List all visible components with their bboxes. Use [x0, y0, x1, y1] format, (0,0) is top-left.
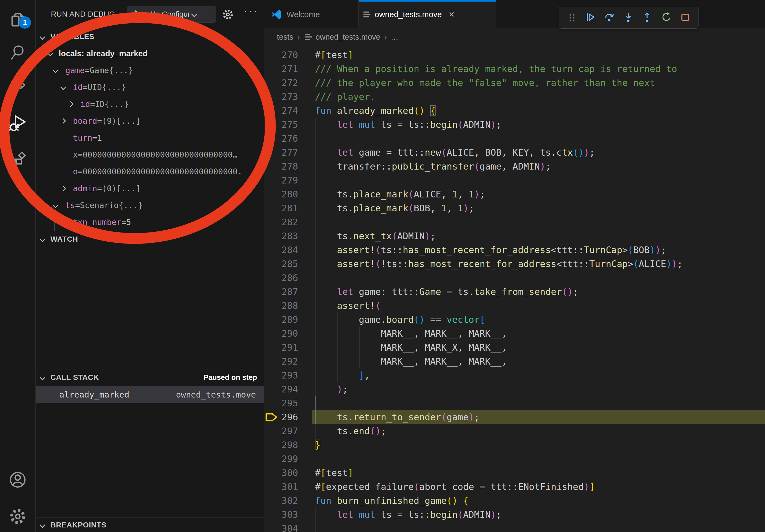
code-line-274[interactable]: 274fun already_marked() { [264, 104, 765, 118]
call-stack-section-header[interactable]: CALL STACK Paused on step [36, 370, 264, 386]
chevron-right-icon[interactable] [68, 101, 73, 107]
line-number[interactable]: 283 [264, 229, 298, 243]
variable-row-txn_number[interactable]: txn_number = 5 [36, 214, 264, 231]
chevron-right-icon[interactable] [60, 186, 66, 191]
code-line-284[interactable]: 284 assert!(ts::has_most_recent_for_addr… [264, 243, 765, 257]
code-line-287[interactable]: 287 let game: ttt::Game = ts.take_from_s… [264, 285, 765, 299]
variable-row-admin[interactable]: admin = (0)[...] [36, 180, 264, 197]
line-number[interactable]: 282 [264, 215, 298, 229]
chevron-down-icon[interactable] [53, 202, 58, 208]
account-icon[interactable] [0, 465, 35, 494]
line-number[interactable]: 294 [264, 382, 298, 396]
line-number[interactable]: 287 [264, 285, 298, 299]
code-line-282[interactable]: 282 [264, 215, 765, 229]
code-line-300[interactable]: 300#[test] [264, 466, 765, 480]
code-line-304[interactable]: 304 [264, 522, 765, 532]
tab-owned-tests[interactable]: owned_tests.move × [359, 0, 496, 28]
source-control-icon[interactable] [0, 73, 35, 103]
line-number[interactable]: 273 [264, 90, 298, 104]
code-line-295[interactable]: 295 [264, 396, 765, 410]
code-line-294[interactable]: 294 ); [264, 382, 765, 396]
variable-row-turn[interactable]: turn = 1 [36, 130, 264, 146]
code-line-276[interactable]: 276 [264, 132, 765, 145]
code-line-299[interactable]: 299 [264, 452, 765, 466]
line-number[interactable]: 301 [264, 480, 298, 494]
variable-row-game[interactable]: game = Game{...} [36, 62, 264, 79]
line-number[interactable]: 277 [264, 145, 298, 159]
variables-scope-row[interactable]: locals: already_marked [36, 45, 264, 62]
code-line-301[interactable]: 301#[expected_failure(abort_code = ttt::… [264, 480, 765, 494]
line-number[interactable]: 291 [264, 341, 298, 355]
code-line-288[interactable]: 288 assert!( [264, 299, 765, 313]
variable-row-o[interactable]: o = 00000000000000000000000000000000. [36, 163, 264, 180]
restart-icon[interactable] [661, 12, 672, 24]
breadcrumb-file[interactable]: owned_tests.move [316, 33, 381, 42]
line-number[interactable]: 297 [264, 424, 298, 438]
start-debugging-icon[interactable] [132, 9, 142, 20]
code-line-297[interactable]: 297 ts.end(); [264, 424, 765, 438]
code-line-280[interactable]: 280 ts.place_mark(ALICE, 1, 1); [264, 187, 765, 201]
debug-settings-gear-icon[interactable] [222, 8, 234, 21]
code-line-270[interactable]: 270#[test] [264, 48, 765, 62]
debug-config-dropdown[interactable]: No Configur [127, 6, 216, 23]
line-number[interactable]: 271 [264, 62, 298, 76]
line-number[interactable]: 300 [264, 466, 298, 480]
code-line-296[interactable]: 296 ts.return_to_sender(game); [264, 410, 765, 424]
continue-icon[interactable] [585, 12, 597, 24]
breadcrumb-more[interactable]: … [390, 33, 398, 42]
line-number[interactable]: 272 [264, 76, 298, 90]
settings-gear-icon[interactable] [0, 502, 35, 531]
step-over-icon[interactable] [604, 12, 616, 24]
line-number[interactable]: 292 [264, 355, 298, 368]
more-actions-icon[interactable]: ··· [244, 4, 259, 17]
code-line-290[interactable]: 290 MARK__, MARK__, MARK__, [264, 327, 765, 341]
variable-row-ts[interactable]: ts = Scenario{...} [36, 197, 264, 214]
run-and-debug-icon[interactable] [0, 109, 35, 138]
line-number[interactable]: 280 [264, 187, 298, 201]
breakpoints-section-header[interactable]: BREAKPOINTS [36, 518, 264, 532]
code-line-281[interactable]: 281 ts.place_mark(BOB, 1, 1); [264, 201, 765, 215]
line-number[interactable]: 288 [264, 299, 298, 313]
chevron-right-icon[interactable] [60, 118, 66, 124]
code-line-279[interactable]: 279 [264, 173, 765, 187]
watch-section-header[interactable]: WATCH [36, 231, 264, 247]
code-line-291[interactable]: 291 MARK__, MARK_X, MARK__, [264, 341, 765, 355]
code-line-275[interactable]: 275 let mut ts = ts::begin(ADMIN); [264, 118, 765, 132]
code-line-285[interactable]: 285 assert!(!ts::has_most_recent_for_add… [264, 257, 765, 271]
line-number[interactable]: 270 [264, 48, 298, 62]
variable-row-x[interactable]: x = 0000000000000000000000000000000… [36, 146, 264, 163]
step-into-icon[interactable] [623, 12, 635, 24]
line-number[interactable]: 276 [264, 132, 298, 145]
close-icon[interactable]: × [449, 10, 454, 19]
code-line-283[interactable]: 283 ts.next_tx(ADMIN); [264, 229, 765, 243]
line-number[interactable]: 298 [264, 438, 298, 452]
variable-row-id[interactable]: id = ID{...} [36, 96, 264, 113]
line-number[interactable]: 278 [264, 159, 298, 173]
extensions-icon[interactable] [0, 146, 35, 175]
call-stack-frame-row[interactable]: already_marked owned_tests.move [36, 386, 264, 403]
line-number[interactable]: 304 [264, 522, 298, 532]
code-line-292[interactable]: 292 MARK__, MARK__, MARK__, [264, 355, 765, 368]
line-number[interactable]: 295 [264, 396, 298, 410]
search-icon[interactable] [0, 38, 35, 67]
chevron-down-icon[interactable] [53, 68, 58, 73]
line-number[interactable]: 299 [264, 452, 298, 466]
line-number[interactable]: 275 [264, 118, 298, 132]
code-line-271[interactable]: 271/// When a position is already marked… [264, 62, 765, 76]
variables-section-header[interactable]: VARIABLES [36, 28, 264, 45]
code-line-293[interactable]: 293 ], [264, 368, 765, 382]
line-number[interactable]: 281 [264, 201, 298, 215]
stop-icon[interactable] [679, 12, 691, 24]
code-line-278[interactable]: 278 transfer::public_transfer(game, ADMI… [264, 159, 765, 173]
line-number[interactable]: 285 [264, 257, 298, 271]
line-number[interactable]: 279 [264, 173, 298, 187]
code-line-298[interactable]: 298} [264, 438, 765, 452]
drag-handle-icon[interactable] [566, 12, 578, 24]
code-line-272[interactable]: 272/// the player who made the "false" m… [264, 76, 765, 90]
line-number[interactable]: 274 [264, 104, 298, 118]
code-line-302[interactable]: 302fun burn_unfinished_game() { [264, 494, 765, 508]
chevron-down-icon[interactable] [60, 84, 66, 90]
line-number[interactable]: 290 [264, 327, 298, 341]
code-line-303[interactable]: 303 let mut ts = ts::begin(ADMIN); [264, 508, 765, 522]
code-line-286[interactable]: 286 [264, 271, 765, 285]
